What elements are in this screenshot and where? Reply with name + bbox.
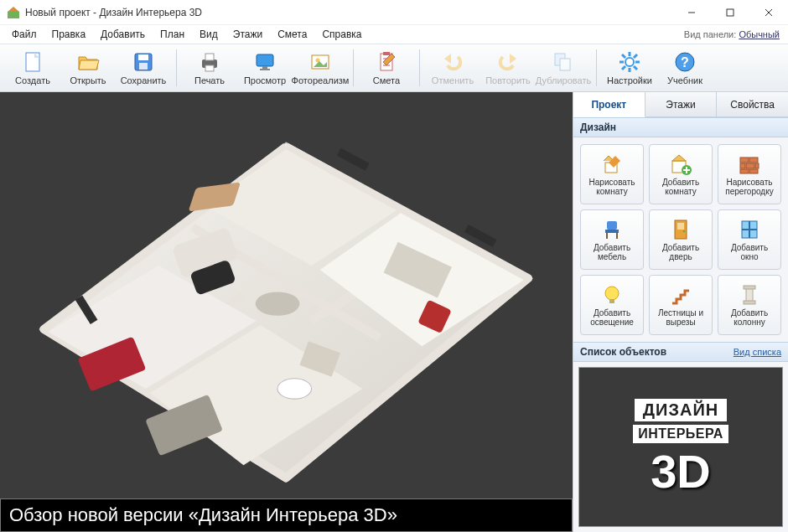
floorplan-render xyxy=(23,123,549,502)
new-file-icon xyxy=(21,50,44,74)
toolbar-separator xyxy=(596,49,597,86)
viewport-3d[interactable]: Обзор новой версии «Дизайн Интерьера 3D» xyxy=(0,92,573,532)
svg-rect-62 xyxy=(746,163,754,168)
print-button[interactable]: Печать xyxy=(184,46,236,90)
toolbar-separator xyxy=(176,49,177,86)
settings-button[interactable]: Настройки xyxy=(604,46,656,90)
promo-line1: ДИЗАЙН xyxy=(635,399,727,421)
tutorial-button[interactable]: ? Учебник xyxy=(659,46,711,90)
undo-button[interactable]: Отменить xyxy=(427,46,479,90)
svg-rect-63 xyxy=(755,163,759,168)
svg-line-34 xyxy=(622,66,625,70)
app-icon xyxy=(7,6,20,19)
svg-rect-59 xyxy=(740,158,749,163)
photoreal-button[interactable]: Фотореализм xyxy=(294,46,346,90)
svg-rect-3 xyxy=(727,9,734,16)
folder-open-icon xyxy=(76,50,100,74)
gear-icon xyxy=(618,50,641,74)
tab-floors[interactable]: Этажи xyxy=(645,92,718,116)
save-button[interactable]: Сохранить xyxy=(117,46,169,90)
duplicate-icon xyxy=(552,50,575,74)
chair-icon xyxy=(600,218,624,241)
tab-project[interactable]: Проект xyxy=(573,92,645,117)
add-room-button[interactable]: Добавитькомнату xyxy=(649,144,713,204)
svg-rect-25 xyxy=(560,59,570,70)
svg-rect-52 xyxy=(337,148,370,171)
svg-rect-78 xyxy=(746,288,753,302)
window-title: Новый проект - Дизайн Интерьера 3D xyxy=(25,7,672,18)
svg-point-76 xyxy=(605,287,619,300)
menu-plan[interactable]: План xyxy=(153,27,191,42)
estimate-button[interactable]: Смета xyxy=(360,46,412,90)
promo-line2: ИНТЕРЬЕРА xyxy=(633,425,728,443)
svg-rect-64 xyxy=(740,169,749,173)
menu-floors[interactable]: Этажи xyxy=(226,27,269,42)
svg-point-72 xyxy=(683,230,686,232)
svg-point-50 xyxy=(277,379,312,399)
promo-banner: ДИЗАЙН ИНТЕРЬЕРА 3D xyxy=(578,367,783,527)
svg-rect-9 xyxy=(138,54,148,60)
draw-partition-button[interactable]: Нарисоватьперегородку xyxy=(718,144,781,204)
view-button[interactable]: Просмотр xyxy=(239,46,291,90)
svg-marker-23 xyxy=(510,54,516,64)
menu-view[interactable]: Вид xyxy=(193,27,225,42)
workspace: Обзор новой версии «Дизайн Интерьера 3D»… xyxy=(0,92,788,532)
menu-estimate[interactable]: Смета xyxy=(271,27,314,42)
stairs-cutouts-button[interactable]: Лестницы ивырезы xyxy=(649,275,713,335)
create-button[interactable]: Создать xyxy=(7,46,59,90)
objects-section-header: Список объектов Вид списка xyxy=(573,342,788,362)
door-icon xyxy=(669,218,692,241)
room-plus-icon xyxy=(669,152,692,176)
add-lighting-button[interactable]: Добавитьосвещение xyxy=(580,275,644,335)
save-icon xyxy=(132,50,155,74)
svg-rect-10 xyxy=(139,63,148,70)
menu-add[interactable]: Добавить xyxy=(94,27,152,42)
side-panel: Проект Этажи Свойства Дизайн Нарисоватьк… xyxy=(573,92,788,532)
add-window-button[interactable]: Добавитьокно xyxy=(718,209,781,270)
svg-rect-80 xyxy=(744,301,755,304)
toolbar: Вид панели: Обычный Создать Открыть Сохр… xyxy=(0,44,788,92)
menu-edit[interactable]: Правка xyxy=(45,27,93,42)
maximize-button[interactable] xyxy=(711,0,749,25)
printer-icon xyxy=(198,50,221,74)
add-furniture-button[interactable]: Добавитьмебель xyxy=(580,209,644,270)
svg-line-31 xyxy=(622,54,625,58)
design-section-header: Дизайн xyxy=(573,117,788,137)
close-button[interactable] xyxy=(749,0,788,25)
add-column-button[interactable]: Добавитьколонну xyxy=(718,275,781,335)
duplicate-button[interactable]: Дублировать xyxy=(537,46,589,90)
svg-marker-1 xyxy=(8,7,19,12)
open-button[interactable]: Открыть xyxy=(62,46,114,90)
panel-mode-link[interactable]: Обычный xyxy=(739,29,780,39)
clipboard-icon xyxy=(375,50,398,74)
undo-icon xyxy=(441,50,464,74)
svg-rect-60 xyxy=(749,158,758,163)
draw-room-button[interactable]: Нарисоватькомнату xyxy=(580,144,644,204)
svg-text:?: ? xyxy=(681,55,689,70)
redo-button[interactable]: Повторить xyxy=(482,46,534,90)
menu-help[interactable]: Справка xyxy=(315,27,368,42)
tab-properties[interactable]: Свойства xyxy=(717,92,788,116)
toolbar-separator xyxy=(353,49,354,86)
svg-rect-79 xyxy=(744,286,755,289)
brick-wall-icon xyxy=(738,152,761,176)
svg-rect-65 xyxy=(749,169,758,173)
stairs-icon xyxy=(669,283,692,307)
list-view-link[interactable]: Вид списка xyxy=(734,347,781,357)
svg-rect-12 xyxy=(205,54,214,60)
lightbulb-icon xyxy=(600,283,624,307)
svg-rect-6 xyxy=(26,53,39,71)
svg-rect-67 xyxy=(605,230,619,233)
add-door-button[interactable]: Добавитьдверь xyxy=(649,209,713,270)
minimize-button[interactable] xyxy=(672,0,711,25)
side-tabs: Проект Этажи Свойства xyxy=(573,92,788,117)
monitor-icon xyxy=(253,50,277,74)
redo-icon xyxy=(496,50,520,74)
menu-file[interactable]: Файл xyxy=(5,27,44,42)
svg-rect-61 xyxy=(740,163,745,168)
svg-rect-21 xyxy=(383,52,390,55)
svg-rect-16 xyxy=(260,69,270,70)
pencil-room-icon xyxy=(600,152,624,176)
photo-icon xyxy=(308,50,332,74)
svg-rect-15 xyxy=(262,66,267,69)
